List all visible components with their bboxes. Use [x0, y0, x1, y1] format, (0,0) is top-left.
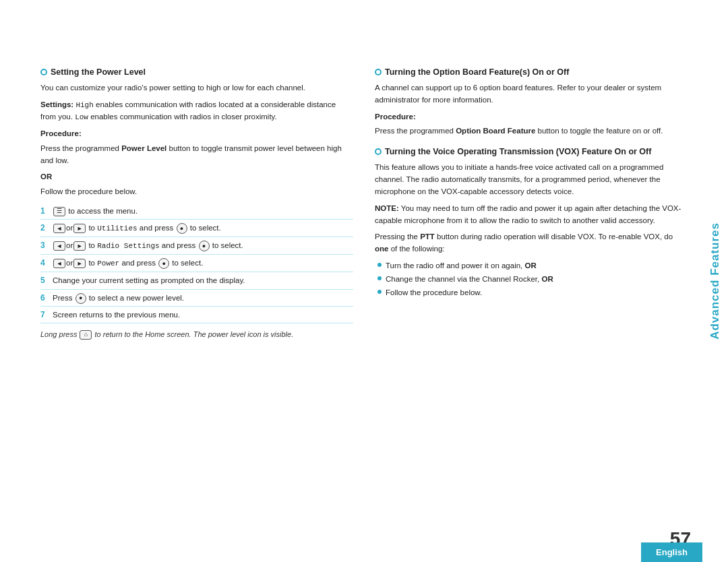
- power-level-bold: Power Level: [121, 144, 166, 152]
- one-bold: one: [375, 245, 388, 253]
- bullet-text-1: Turn the radio off and power it on again…: [386, 260, 537, 272]
- home-btn-icon: ⌂: [80, 330, 92, 340]
- procedure-label-right1: Procedure:: [375, 111, 688, 123]
- right-section1-heading: Turning the Option Board Feature(s) On o…: [375, 67, 688, 77]
- sidebar-label: Advanced Features: [702, 0, 728, 562]
- step-content-4: ◄or► to Power and press ● to select.: [53, 257, 353, 270]
- step-content-2: ◄or► to Utilities and press ● to select.: [53, 222, 353, 235]
- note-label: NOTE:: [375, 204, 399, 212]
- bullet-dot-2: [377, 276, 382, 280]
- step-num-6: 6: [40, 292, 53, 304]
- content-columns: Setting the Power Level You can customiz…: [40, 67, 688, 508]
- bullet-icon-right2: [375, 148, 382, 155]
- right-section2-intro: This feature allows you to initiate a ha…: [375, 162, 688, 197]
- note-text: NOTE: You may need to turn off the radio…: [375, 203, 688, 227]
- ok-btn-6: ●: [75, 293, 86, 304]
- step-num-4: 4: [40, 257, 53, 269]
- vox-bullet-list: Turn the radio off and power it on again…: [377, 260, 688, 299]
- step-content-1: ☰ to access the menu.: [53, 206, 353, 217]
- step-1: 1 ☰ to access the menu.: [40, 203, 353, 220]
- step-2: 2 ◄or► to Utilities and press ● to selec…: [40, 220, 353, 237]
- ptt-bold: PTT: [420, 232, 435, 241]
- bullet-dot-3: [377, 290, 382, 294]
- settings-bold-label: Settings:: [40, 100, 73, 108]
- right-section1-intro: A channel can support up to 6 option boa…: [375, 82, 688, 106]
- step-6: 6 Press ● to select a new power level.: [40, 290, 353, 307]
- step-3: 3 ◄or► to Radio Settings and press ● to …: [40, 237, 353, 255]
- nav-left-icon-3: ◄: [53, 241, 65, 251]
- or-label: OR: [40, 171, 353, 183]
- settings-mono-1: High: [75, 101, 93, 109]
- bullet-text-3: Follow the procedure below.: [386, 287, 482, 299]
- bullet-icon-left: [40, 69, 47, 75]
- step-num-1: 1: [40, 206, 53, 217]
- menu-btn-icon: ☰: [53, 207, 65, 216]
- ok-btn-4: ●: [158, 258, 169, 269]
- nav-left-icon-2: ◄: [53, 224, 65, 233]
- step-5: 5 Change your current setting as prompte…: [40, 272, 353, 289]
- right-section2-heading: Turning the Voice Operating Transmission…: [375, 147, 688, 156]
- bullet-item-2: Change the channel via the Channel Rocke…: [377, 274, 688, 285]
- left-intro: You can customize your radio's power set…: [40, 82, 353, 94]
- procedure-text-left: Press the programmed Power Level button …: [40, 143, 353, 167]
- procedure-label-left: Procedure:: [40, 128, 353, 140]
- left-settings: Settings: High enables communication wit…: [40, 99, 353, 123]
- nav-right-icon-3: ►: [73, 241, 86, 251]
- settings-mono-2: Low: [75, 113, 88, 121]
- nav-right-icon-2: ►: [73, 224, 86, 233]
- procedure-text-right1: Press the programmed Option Board Featur…: [375, 125, 688, 137]
- english-badge[interactable]: English: [641, 542, 702, 562]
- step-content-3: ◄or► to Radio Settings and press ● to se…: [53, 240, 353, 252]
- bullet-dot-1: [377, 263, 382, 267]
- ptt-text: Pressing the PTT button during radio ope…: [375, 231, 688, 255]
- step-num-3: 3: [40, 240, 53, 251]
- settings-text-2: enables communication with radios in clo…: [90, 113, 277, 121]
- right-column: Turning the Option Board Feature(s) On o…: [375, 67, 688, 508]
- bullet-icon-right1: [375, 69, 382, 75]
- step-7: 7 Screen returns to the previous menu.: [40, 307, 353, 323]
- step-4: 4 ◄or► to Power and press ● to select.: [40, 255, 353, 272]
- page-container: Advanced Features Setting the Power Leve…: [0, 0, 728, 562]
- ok-btn-2: ●: [177, 223, 187, 234]
- steps-list: 1 ☰ to access the menu. 2 ◄or► to Utilit…: [40, 203, 353, 323]
- step-content-6: Press ● to select a new power level.: [53, 292, 353, 304]
- sidebar-label-text: Advanced Features: [708, 222, 722, 340]
- nav-right-icon-4: ►: [73, 259, 86, 268]
- left-column: Setting the Power Level You can customiz…: [40, 67, 353, 508]
- step-content-7: Screen returns to the previous menu.: [53, 309, 353, 321]
- nav-left-icon-4: ◄: [53, 259, 65, 268]
- step-num-2: 2: [40, 222, 53, 234]
- bullet-text-2: Change the channel via the Channel Rocke…: [386, 274, 553, 285]
- option-board-bold: Option Board Feature: [456, 127, 535, 135]
- italic-note: Long press ⌂ to return to the Home scree…: [40, 329, 353, 340]
- ok-btn-3: ●: [199, 241, 210, 251]
- step-num-5: 5: [40, 275, 53, 286]
- bullet-item-1: Turn the radio off and power it on again…: [377, 260, 688, 272]
- follow-text: Follow the procedure below.: [40, 186, 353, 198]
- bullet-item-3: Follow the procedure below.: [377, 287, 688, 299]
- step-content-5: Change your current setting as prompted …: [53, 275, 353, 286]
- left-section-heading: Setting the Power Level: [40, 67, 353, 77]
- step-num-7: 7: [40, 309, 53, 321]
- note-body: You may need to turn off the radio and p…: [375, 204, 681, 224]
